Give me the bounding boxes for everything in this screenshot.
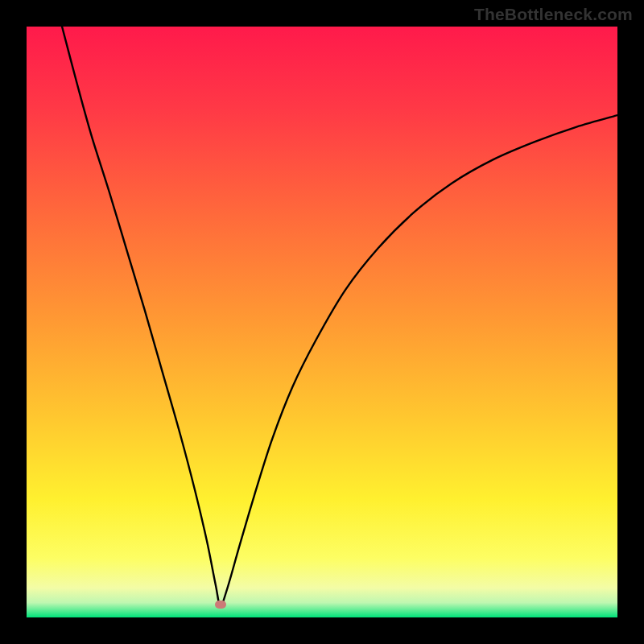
optimal-point-marker — [215, 601, 226, 609]
plot-gradient-area — [27, 27, 617, 617]
watermark-text: TheBottleneck.com — [474, 5, 633, 24]
chart-frame: TheBottleneck.com — [0, 0, 644, 644]
